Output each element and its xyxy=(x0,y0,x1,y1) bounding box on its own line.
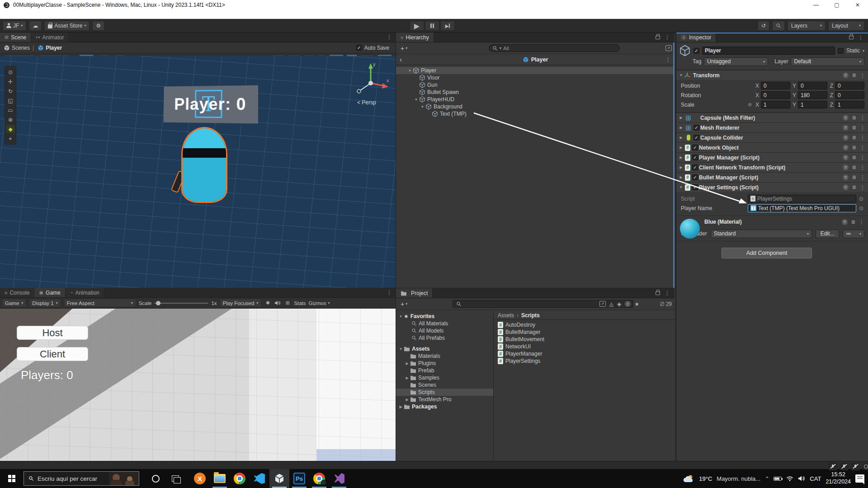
open-search-window-icon[interactable]: ↗ xyxy=(599,301,606,307)
panel-menu-icon[interactable]: ⋮ xyxy=(384,34,395,40)
expander-icon[interactable]: ▼ xyxy=(413,98,419,102)
folder-row[interactable]: ▶ Samples xyxy=(396,374,493,381)
taskbar-app-visual-studio[interactable] xyxy=(329,469,349,488)
component-header[interactable]: ▶ Mesh Renderer ? ≣ ⋮ xyxy=(676,122,868,132)
component-menu-icon[interactable]: ⋮ xyxy=(860,145,865,151)
menu-item[interactable] xyxy=(0,10,8,19)
game-view-tab[interactable]: Animation xyxy=(66,288,104,297)
presets-icon[interactable]: ≣ xyxy=(852,135,856,141)
hierarchy-row[interactable]: ▼ Player xyxy=(396,67,675,74)
expander-icon[interactable]: ▼ xyxy=(678,73,684,77)
game-view-tab[interactable]: Console xyxy=(0,288,34,297)
hierarchy-row[interactable]: Bullet Spawn xyxy=(396,89,675,96)
cortana-button[interactable] xyxy=(146,469,165,488)
help-icon[interactable]: ? xyxy=(843,184,849,190)
presets-icon[interactable]: ≣ xyxy=(852,164,856,170)
asset-file-row[interactable]: # PlayerManager xyxy=(498,350,675,357)
component-enabled-checkbox[interactable] xyxy=(692,145,698,150)
component-header[interactable]: ▶ Capsule (Mesh Filter) ? ≣ ⋮ xyxy=(676,113,868,122)
component-menu-icon[interactable]: ⋮ xyxy=(860,72,865,79)
expander-icon[interactable]: ▶ xyxy=(404,361,410,366)
battery-icon[interactable] xyxy=(774,477,782,481)
menu-item[interactable] xyxy=(33,10,41,19)
import-warning-icon[interactable]: ! xyxy=(625,301,631,307)
layers-dropdown[interactable]: Layers▾ xyxy=(788,21,826,31)
presets-icon[interactable]: ≣ xyxy=(852,145,856,150)
hierarchy-row[interactable]: Text (TMP) xyxy=(396,110,675,117)
expander-icon[interactable]: ▶ xyxy=(678,165,684,169)
minimize-button[interactable]: — xyxy=(806,0,826,10)
clock[interactable]: 15:52 21/2/2024 xyxy=(826,471,851,485)
object-picker-icon[interactable]: ⊙ xyxy=(858,205,864,211)
x-value-field[interactable]: 1 xyxy=(761,101,790,108)
weather-temp[interactable]: 19°C xyxy=(699,475,712,482)
scene-viewport[interactable]: ⊙ ✛ ↻ ◱ ▭ ⊕ ◆ ⌖ T Player: 0 xyxy=(0,56,396,288)
package-filter-icon[interactable]: ◬ xyxy=(609,301,613,307)
scale-slider-handle[interactable] xyxy=(156,301,160,305)
mic-muted-icon[interactable] xyxy=(851,463,860,470)
undo-history-button[interactable]: ↺ xyxy=(758,21,769,31)
menu-item[interactable] xyxy=(41,10,49,19)
menu-item[interactable] xyxy=(24,10,33,19)
z-value-field[interactable]: 0 xyxy=(835,91,864,99)
material-menu-icon[interactable]: ⋮ xyxy=(859,219,864,225)
vsync-icon[interactable]: ⊞ xyxy=(284,300,291,307)
expander-icon[interactable]: ▼ xyxy=(678,185,684,189)
game-view-tab[interactable]: Game xyxy=(34,288,65,297)
x-value-field[interactable]: 0 xyxy=(761,82,790,89)
z-value-field[interactable]: 1 xyxy=(835,101,864,108)
component-menu-icon[interactable]: ⋮ xyxy=(860,155,865,161)
menu-item[interactable] xyxy=(57,10,65,19)
transform-tool-icon[interactable]: ⊕ xyxy=(6,115,15,124)
asset-file-row[interactable]: # AutoDestroy xyxy=(498,321,675,328)
create-asset-button[interactable]: +▾ xyxy=(399,300,409,308)
expander-icon[interactable]: ▶ xyxy=(678,126,684,130)
scene-view-tab[interactable]: Scene xyxy=(0,33,31,42)
rect-tool-icon[interactable]: ▭ xyxy=(6,106,15,114)
help-icon[interactable]: ? xyxy=(843,115,849,121)
cloud-build-button[interactable]: ⚙ xyxy=(92,21,104,31)
weather-description[interactable]: Mayorm. nubla... xyxy=(717,475,760,482)
task-view-button[interactable] xyxy=(165,469,185,488)
view-tool-icon[interactable]: ⊙ xyxy=(6,68,15,76)
display-dropdown[interactable]: Display 1▾ xyxy=(29,299,61,307)
component-header[interactable]: ▶ Capsule Collider ? ≣ ⋮ xyxy=(676,132,868,142)
taskbar-app-explorer[interactable] xyxy=(210,469,230,488)
notification-center-icon[interactable] xyxy=(855,474,864,483)
folder-row[interactable]: ▶ Packages xyxy=(396,403,493,410)
presets-icon[interactable]: ≣ xyxy=(852,174,856,180)
panel-menu-icon[interactable]: ⋮ xyxy=(662,34,673,41)
expander-icon[interactable]: ▶ xyxy=(678,136,684,140)
favorite-item-row[interactable]: All Materials xyxy=(396,320,493,327)
hierarchy-row[interactable]: Gun xyxy=(396,81,675,89)
taskbar-app-xampp[interactable]: X xyxy=(190,469,210,488)
presets-icon[interactable]: ≣ xyxy=(852,72,856,78)
favorite-item-row[interactable]: All Models xyxy=(396,327,493,334)
wifi-icon[interactable] xyxy=(786,476,793,481)
rotate-tool-icon[interactable]: ↻ xyxy=(6,87,15,95)
folder-row[interactable]: ▶ Plugins xyxy=(396,360,493,367)
folder-row[interactable]: Prefab xyxy=(396,367,493,374)
x-value-field[interactable]: 0 xyxy=(761,91,790,99)
component-menu-icon[interactable]: ⋮ xyxy=(860,184,865,191)
edit-shader-button[interactable]: Edit... xyxy=(816,230,839,238)
hierarchy-row[interactable]: ▼ PlayerHUD xyxy=(396,96,675,103)
favorites-root-row[interactable]: ▼ ★ Favorites xyxy=(396,313,493,320)
layout-dropdown[interactable]: Layout▾ xyxy=(828,21,864,31)
language-indicator[interactable]: CAT xyxy=(810,475,821,482)
player-name-object-field[interactable]: T Text (TMP) (Text Mesh Pro UGUI) xyxy=(748,204,856,212)
help-icon[interactable]: ? xyxy=(843,174,849,180)
expander-icon[interactable]: ▶ xyxy=(404,376,410,380)
expander-icon[interactable]: ▼ xyxy=(398,347,404,351)
client-button[interactable]: Client xyxy=(17,347,88,361)
material-preview-sphere[interactable] xyxy=(680,219,700,239)
menu-item[interactable] xyxy=(49,10,57,19)
play-button[interactable]: ▶ xyxy=(410,21,424,31)
static-checkbox[interactable] xyxy=(838,48,844,54)
tag-dropdown[interactable]: Untagged▾ xyxy=(704,57,768,66)
expander-icon[interactable]: ▶ xyxy=(678,145,684,150)
y-value-field[interactable]: 0 xyxy=(798,82,827,89)
gameobject-icon[interactable] xyxy=(679,45,691,56)
y-value-field[interactable]: 180 xyxy=(798,91,827,99)
maximize-button[interactable]: ▢ xyxy=(826,0,847,10)
